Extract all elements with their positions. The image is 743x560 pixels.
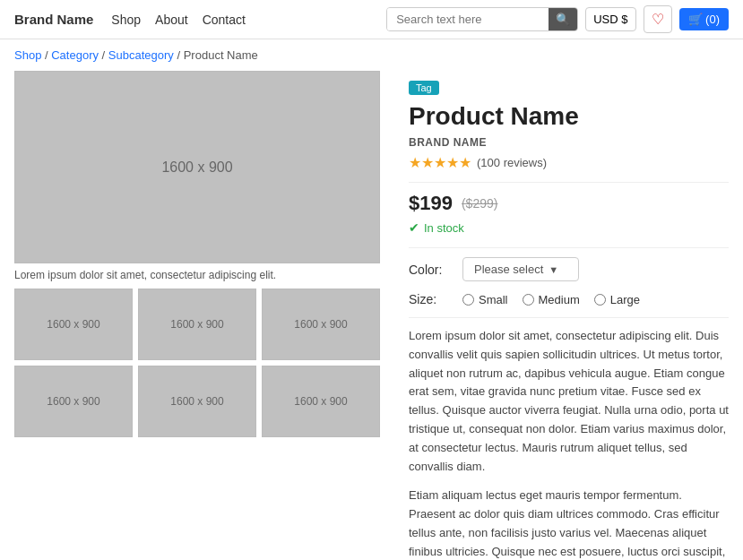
color-select-text: Please select — [474, 263, 543, 276]
stock-label: In stock — [424, 221, 464, 235]
price-original: ($299) — [462, 196, 497, 211]
wishlist-icon-btn[interactable]: ♡ — [644, 5, 672, 33]
size-option-row: Size: Small Medium Large — [409, 292, 729, 306]
nav-link-contact[interactable]: Contact — [203, 13, 246, 27]
image-caption: Lorem ipsum dolor sit amet, consectetur … — [14, 269, 380, 281]
product-brand: BRAND NAME — [409, 136, 729, 149]
size-medium-label: Medium — [539, 293, 580, 306]
size-radio-small[interactable] — [462, 294, 474, 306]
size-large-label: Large — [610, 293, 640, 306]
breadcrumb-shop[interactable]: Shop — [14, 48, 41, 62]
thumbnail-3[interactable]: 1600 x 900 — [262, 289, 380, 360]
navbar: Brand Name Shop About Contact 🔍 USD $ ♡ … — [0, 0, 743, 39]
navbar-right: 🔍 USD $ ♡ 🛒 (0) — [386, 5, 729, 33]
thumbnail-6[interactable]: 1600 x 900 — [262, 366, 380, 437]
left-column: 1600 x 900 Lorem ipsum dolor sit amet, c… — [14, 71, 380, 560]
search-input[interactable] — [387, 8, 549, 30]
search-button[interactable]: 🔍 — [549, 8, 577, 30]
size-radio-large[interactable] — [594, 294, 606, 306]
divider-2 — [409, 247, 729, 248]
main-image-label: 1600 x 900 — [161, 159, 232, 176]
thumbnail-1[interactable]: 1600 x 900 — [14, 289, 133, 360]
breadcrumb-subcategory[interactable]: Subcategory — [108, 48, 174, 62]
size-small[interactable]: Small — [462, 293, 508, 306]
breadcrumb-current: Product Name — [184, 48, 258, 62]
breadcrumb: Shop / Category / Subcategory / Product … — [0, 39, 743, 71]
stock-icon: ✔ — [409, 220, 419, 235]
size-medium[interactable]: Medium — [523, 293, 580, 306]
price-current: $199 — [409, 192, 453, 215]
size-radio-medium[interactable] — [523, 294, 534, 306]
currency-selector[interactable]: USD $ — [585, 7, 635, 31]
thumbnail-2[interactable]: 1600 x 900 — [138, 289, 256, 360]
nav-link-about[interactable]: About — [155, 13, 188, 27]
navbar-left: Brand Name Shop About Contact — [14, 12, 246, 27]
thumbnail-5[interactable]: 1600 x 900 — [138, 366, 256, 437]
size-large[interactable]: Large — [594, 293, 640, 306]
cart-button[interactable]: 🛒 (0) — [679, 8, 730, 30]
thumbnail-grid: 1600 x 900 1600 x 900 1600 x 900 1600 x … — [14, 289, 380, 437]
search-container: 🔍 — [386, 7, 578, 31]
color-select[interactable]: Please select ▼ — [462, 257, 579, 281]
main-content: 1600 x 900 Lorem ipsum dolor sit amet, c… — [0, 71, 743, 560]
size-options: Small Medium Large — [462, 293, 640, 306]
price-row: $199 ($299) — [409, 192, 729, 215]
brand-name: Brand Name — [14, 12, 93, 27]
thumbnail-4[interactable]: 1600 x 900 — [14, 366, 133, 437]
stock-status: ✔ In stock — [409, 220, 729, 235]
color-label: Color: — [409, 263, 452, 277]
right-column: Tag Product Name BRAND NAME ★★★★★ (100 r… — [409, 71, 729, 560]
star-rating: ★★★★★ — [409, 154, 471, 171]
divider-3 — [409, 317, 729, 318]
color-option-row: Color: Please select ▼ — [409, 257, 729, 281]
description-paragraph-2: Etiam aliquam lectus eget mauris tempor … — [409, 487, 729, 560]
review-count: (100 reviews) — [477, 156, 547, 169]
product-rating: ★★★★★ (100 reviews) — [409, 154, 729, 171]
chevron-down-icon: ▼ — [549, 264, 558, 275]
nav-links: Shop About Contact — [111, 13, 246, 27]
breadcrumb-category[interactable]: Category — [51, 48, 99, 62]
description-paragraph-1: Lorem ipsum dolor sit amet, consectetur … — [409, 327, 729, 476]
main-product-image[interactable]: 1600 x 900 — [14, 71, 380, 263]
size-label: Size: — [409, 292, 452, 306]
product-tag: Tag — [409, 81, 439, 95]
size-small-label: Small — [479, 293, 508, 306]
nav-link-shop[interactable]: Shop — [111, 13, 141, 27]
divider-1 — [409, 182, 729, 183]
product-name: Product Name — [409, 102, 729, 131]
